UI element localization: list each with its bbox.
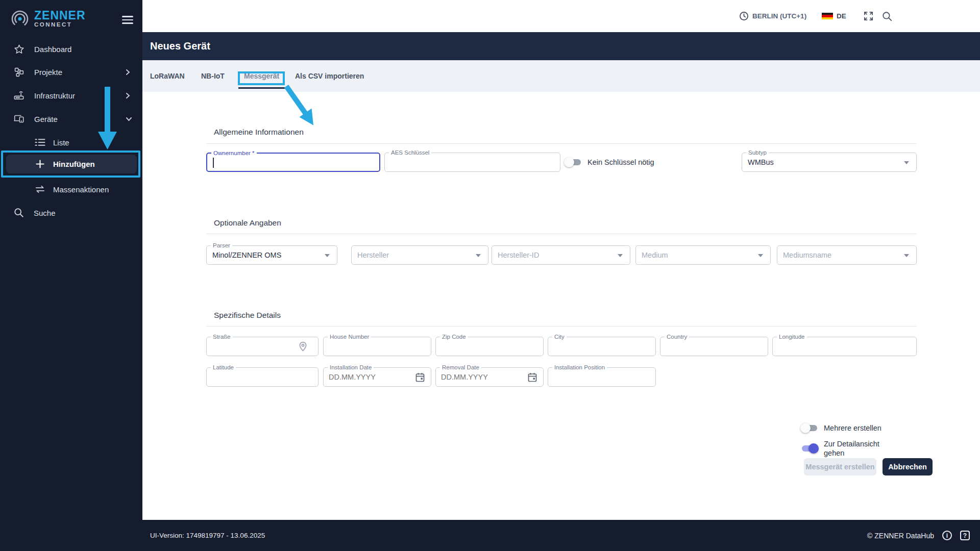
topbar: BERLIN (UTC+1) DE zc_admin zennerconnect [142, 0, 980, 32]
calendar-icon[interactable] [528, 372, 537, 382]
city-field[interactable]: City [548, 337, 656, 356]
goto-detail-label-line2: gehen [824, 448, 879, 458]
section-divider [206, 326, 917, 327]
mediumsname-label: Mediumsname [783, 246, 831, 264]
zenner-connect-app: ZENNER CONNECT Dashboard Projekte [0, 0, 980, 551]
ownernumber-field[interactable]: Ownernumber * [206, 153, 380, 172]
zip-code-field[interactable]: Zip Code [435, 337, 544, 356]
sidebar-item-geraete[interactable]: Geräte [0, 110, 142, 128]
sidebar-item-hinzufuegen[interactable]: Hinzufügen [0, 155, 142, 173]
aes-key-input[interactable] [390, 153, 555, 171]
sidebar-item-infrastruktur[interactable]: Infrastruktur [0, 87, 142, 104]
language-code: DE [837, 12, 846, 20]
sidebar-item-label: Suche [34, 209, 56, 217]
brand-subtitle: CONNECT [34, 21, 86, 28]
sidebar-item-suche[interactable]: Suche [0, 204, 142, 221]
subtyp-value: WMBus [748, 153, 774, 171]
sidebar-item-liste[interactable]: Liste [0, 134, 142, 151]
hersteller-label: Hersteller [357, 246, 389, 264]
installation-position-input[interactable] [553, 368, 650, 386]
dropdown-arrow-icon [904, 161, 909, 164]
list-icon [34, 137, 45, 148]
search-button[interactable] [882, 0, 892, 32]
no-key-toggle-label: Kein Schlüssel nötig [587, 158, 654, 166]
country-field[interactable]: Country [660, 337, 768, 356]
dropdown-arrow-icon [758, 254, 763, 257]
hersteller-select[interactable]: Hersteller [351, 245, 488, 265]
removal-date-input[interactable] [441, 368, 524, 386]
latitude-input[interactable] [212, 368, 313, 386]
hersteller-id-select[interactable]: Hersteller-ID [492, 245, 630, 265]
tab-nbiot[interactable]: NB-IoT [201, 60, 225, 92]
ownernumber-input[interactable] [212, 154, 374, 171]
installation-position-field[interactable]: Installation Position [548, 367, 656, 387]
removal-date-field[interactable]: Removal Date [435, 367, 544, 387]
section-divider [206, 143, 917, 144]
plus-icon [34, 159, 45, 170]
sidebar-item-massenaktionen[interactable]: Massenaktionen [0, 181, 142, 198]
country-input[interactable] [666, 337, 763, 356]
page-header: Neues Gerät [142, 32, 980, 60]
section-divider [206, 234, 917, 234]
sidebar-item-label: Dashboard [34, 45, 71, 54]
language-selector[interactable]: DE [822, 0, 846, 32]
multiple-create-label: Mehrere erstellen [824, 424, 881, 432]
sidebar-item-label: Infrastruktur [34, 91, 75, 100]
devices-icon [13, 113, 24, 124]
sidebar-item-label: Liste [53, 138, 69, 147]
projects-icon [13, 66, 24, 78]
installation-date-field[interactable]: Installation Date [323, 367, 431, 387]
house-number-input[interactable] [329, 337, 426, 356]
location-pin-icon[interactable] [299, 341, 307, 352]
chevron-right-icon [126, 69, 130, 76]
latitude-field[interactable]: Latitude [206, 367, 318, 387]
help-icon[interactable]: ? [960, 531, 970, 540]
timezone-display[interactable]: BERLIN (UTC+1) [739, 0, 806, 32]
strasse-input[interactable] [212, 337, 301, 356]
dropdown-arrow-icon [904, 254, 909, 257]
dropdown-arrow-icon [325, 254, 330, 257]
house-number-field[interactable]: House Number [323, 337, 431, 356]
hersteller-id-label: Hersteller-ID [498, 246, 539, 264]
timezone-label: BERLIN (UTC+1) [752, 12, 806, 20]
medium-select[interactable]: Medium [635, 245, 771, 265]
info-icon[interactable]: i [942, 531, 952, 540]
parser-select[interactable]: Parser Minol/ZENNER OMS [206, 245, 337, 265]
fullscreen-button[interactable] [864, 0, 873, 32]
calendar-icon[interactable] [415, 372, 425, 382]
goto-detail-toggle[interactable] [802, 443, 817, 454]
longitude-input[interactable] [778, 337, 911, 356]
no-key-toggle[interactable] [566, 157, 581, 167]
clock-icon [739, 11, 749, 21]
app-logo[interactable]: ZENNER CONNECT [9, 8, 86, 30]
zenner-logo-icon [9, 8, 31, 30]
longitude-field[interactable]: Longitude [772, 337, 917, 356]
fullscreen-icon [864, 11, 873, 21]
swap-arrows-icon [34, 184, 45, 195]
page-title: Neues Gerät [150, 40, 210, 52]
section-title-optional: Optionale Angaben [214, 218, 281, 228]
sidebar-item-projekte[interactable]: Projekte [0, 63, 142, 81]
dropdown-arrow-icon [476, 254, 481, 257]
dropdown-arrow-icon [618, 254, 623, 257]
menu-toggle-icon[interactable] [122, 16, 133, 24]
aes-key-field[interactable]: AES Schlüssel [384, 153, 560, 172]
cancel-button[interactable]: Abbrechen [883, 458, 933, 475]
router-icon [13, 90, 24, 101]
mediumsname-select[interactable]: Mediumsname [777, 245, 917, 265]
installation-date-input[interactable] [329, 368, 411, 386]
sidebar-item-label: Massenaktionen [53, 185, 109, 194]
tab-csv-import[interactable]: Als CSV importieren [295, 60, 364, 92]
tabbar: LoRaWAN NB-IoT Messgerät Als CSV importi… [142, 60, 980, 92]
tab-lorawan[interactable]: LoRaWAN [150, 60, 185, 92]
section-title-details: Spezifische Details [214, 311, 281, 320]
city-input[interactable] [553, 337, 650, 356]
create-messgeraet-button[interactable]: Messgerät erstellen [804, 458, 876, 475]
zip-code-input[interactable] [441, 337, 538, 356]
medium-label: Medium [642, 246, 668, 264]
strasse-field[interactable]: Straße [206, 337, 318, 356]
sidebar-item-dashboard[interactable]: Dashboard [0, 40, 142, 58]
search-icon [13, 207, 24, 218]
subtyp-select[interactable]: Subtyp WMBus [742, 153, 917, 172]
multiple-create-toggle[interactable] [802, 423, 817, 433]
